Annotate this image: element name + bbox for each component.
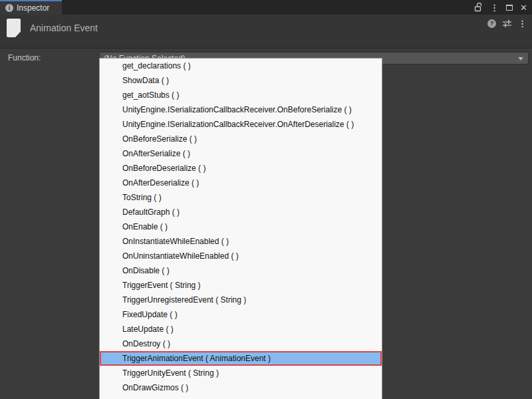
- dropdown-item[interactable]: DefaultGraph ( ): [100, 205, 382, 219]
- dropdown-item[interactable]: TriggerUnityEvent ( String ): [100, 366, 382, 380]
- dropdown-item[interactable]: OnUninstantiateWhileEnabled ( ): [100, 249, 382, 263]
- help-icon[interactable]: ?: [487, 19, 496, 28]
- dropdown-item[interactable]: TriggerUnregisteredEvent ( String ): [100, 293, 382, 307]
- dropdown-item[interactable]: OnInstantiateWhileEnabled ( ): [100, 234, 382, 249]
- dropdown-item[interactable]: OnDisable ( ): [100, 263, 382, 278]
- maximize-icon[interactable]: [506, 5, 513, 11]
- dropdown-item[interactable]: FixedUpdate ( ): [100, 307, 382, 322]
- function-label: Function:: [8, 53, 41, 63]
- unlock-icon[interactable]: [474, 3, 483, 12]
- kebab-menu-icon[interactable]: ⋮: [518, 19, 527, 28]
- dropdown-item[interactable]: UnityEngine.ISerializationCallbackReceiv…: [100, 102, 382, 117]
- component-title: Animation Event: [30, 23, 98, 33]
- dropdown-item[interactable]: ToString ( ): [100, 190, 382, 205]
- titlebar: i Inspector ⋮ ✕: [0, 0, 532, 15]
- dropdown-item[interactable]: OnAfterSerialize ( ): [100, 146, 382, 161]
- presets-icon[interactable]: [502, 19, 512, 28]
- info-icon: i: [5, 4, 13, 12]
- close-icon[interactable]: ✕: [520, 3, 527, 12]
- dropdown-item[interactable]: ShowData ( ): [100, 73, 382, 88]
- dropdown-item-selected[interactable]: TriggerAnimationEvent ( AnimationEvent ): [100, 351, 382, 366]
- dropdown-item[interactable]: OnBeforeSerialize ( ): [100, 132, 382, 146]
- header-icons: ? ⋮: [487, 19, 527, 28]
- dropdown-item[interactable]: get_aotStubs ( ): [100, 88, 382, 102]
- dropdown-item[interactable]: OnAfterDeserialize ( ): [100, 176, 382, 190]
- dropdown-item[interactable]: OnDrawGizmos ( ): [100, 380, 382, 395]
- document-icon: [7, 19, 21, 37]
- titlebar-icons: ⋮ ✕: [474, 0, 527, 15]
- dropdown-item[interactable]: OnEnable ( ): [100, 219, 382, 234]
- tab-inspector[interactable]: i Inspector: [0, 0, 62, 15]
- chevron-down-icon: [518, 57, 523, 61]
- tab-label: Inspector: [17, 3, 49, 13]
- dropdown-item[interactable]: TriggerEvent ( String ): [100, 278, 382, 293]
- dropdown-item[interactable]: OnBeforeDeserialize ( ): [100, 161, 382, 176]
- inspector-header: Animation Event ? ⋮: [0, 15, 532, 49]
- dropdown-item[interactable]: get_declarations ( ): [100, 59, 382, 73]
- dropdown-item[interactable]: OnDestroy ( ): [100, 336, 382, 351]
- unity-inspector-window: i Inspector ⋮ ✕ Animation Event ?: [0, 0, 532, 399]
- dropdown-item[interactable]: LateUpdate ( ): [100, 322, 382, 336]
- dropdown-item[interactable]: UnityEngine.ISerializationCallbackReceiv…: [100, 117, 382, 132]
- function-dropdown-popup: get_declarations ( )ShowData ( )get_aotS…: [99, 58, 382, 399]
- kebab-menu-icon[interactable]: ⋮: [490, 3, 499, 12]
